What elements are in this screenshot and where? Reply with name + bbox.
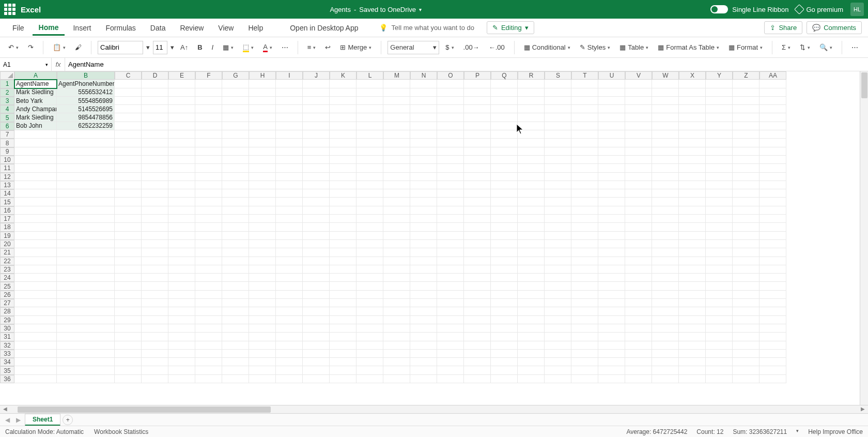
cell[interactable] bbox=[383, 97, 410, 105]
cell[interactable] bbox=[625, 324, 652, 333]
cell[interactable] bbox=[410, 198, 437, 206]
cell[interactable] bbox=[222, 80, 249, 88]
cell[interactable] bbox=[14, 257, 57, 265]
cell[interactable] bbox=[410, 139, 437, 147]
cell[interactable] bbox=[303, 240, 330, 248]
cell[interactable] bbox=[357, 122, 383, 130]
cell[interactable] bbox=[276, 232, 303, 240]
tab-formulas[interactable]: Formulas bbox=[99, 21, 142, 35]
cell[interactable] bbox=[222, 341, 249, 350]
cell[interactable] bbox=[195, 156, 222, 164]
cell[interactable] bbox=[679, 156, 706, 164]
cell[interactable] bbox=[625, 282, 652, 290]
cell[interactable] bbox=[571, 257, 598, 265]
cell[interactable] bbox=[330, 206, 357, 215]
cell[interactable] bbox=[14, 324, 57, 333]
help-improve[interactable]: Help Improve Office bbox=[808, 428, 863, 435]
cell[interactable] bbox=[57, 206, 115, 215]
cell[interactable] bbox=[518, 333, 545, 341]
cell[interactable] bbox=[168, 307, 195, 315]
column-header[interactable]: E bbox=[168, 71, 195, 80]
cell[interactable] bbox=[625, 299, 652, 307]
cell[interactable] bbox=[760, 147, 786, 156]
cell[interactable] bbox=[679, 358, 706, 366]
cell[interactable] bbox=[303, 341, 330, 350]
cell[interactable] bbox=[330, 80, 357, 88]
cell[interactable] bbox=[545, 181, 571, 189]
cell[interactable] bbox=[383, 316, 410, 324]
cell[interactable] bbox=[115, 223, 142, 231]
column-header[interactable]: T bbox=[571, 71, 598, 80]
cell[interactable] bbox=[733, 341, 760, 350]
cell[interactable] bbox=[168, 358, 195, 366]
row-header[interactable]: 35 bbox=[0, 366, 14, 374]
cell[interactable] bbox=[383, 333, 410, 341]
cell[interactable] bbox=[330, 232, 357, 240]
cell[interactable] bbox=[464, 173, 491, 181]
cell[interactable] bbox=[733, 139, 760, 147]
cell[interactable] bbox=[195, 333, 222, 341]
cell[interactable] bbox=[679, 282, 706, 290]
cell[interactable] bbox=[464, 248, 491, 257]
cell[interactable] bbox=[706, 265, 733, 274]
cell[interactable] bbox=[733, 215, 760, 223]
cell[interactable] bbox=[383, 248, 410, 257]
cell[interactable] bbox=[357, 240, 383, 248]
cell[interactable] bbox=[357, 206, 383, 215]
row-header[interactable]: 27 bbox=[0, 299, 14, 307]
cell[interactable] bbox=[437, 122, 464, 130]
cell[interactable] bbox=[14, 198, 57, 206]
cell[interactable] bbox=[410, 206, 437, 215]
cell[interactable] bbox=[706, 316, 733, 324]
row-header[interactable]: 9 bbox=[0, 147, 14, 156]
cell[interactable] bbox=[142, 274, 168, 282]
cell[interactable] bbox=[276, 113, 303, 122]
cell[interactable] bbox=[706, 223, 733, 231]
cell[interactable] bbox=[464, 156, 491, 164]
cell[interactable] bbox=[491, 316, 518, 324]
cell[interactable] bbox=[706, 232, 733, 240]
cell[interactable] bbox=[195, 181, 222, 189]
cell[interactable] bbox=[652, 291, 679, 299]
cell[interactable] bbox=[357, 316, 383, 324]
row-header[interactable]: 5 bbox=[0, 113, 14, 122]
cell[interactable] bbox=[357, 80, 383, 88]
cell[interactable] bbox=[410, 341, 437, 350]
cell[interactable] bbox=[437, 291, 464, 299]
cell[interactable] bbox=[760, 274, 786, 282]
cell[interactable] bbox=[464, 324, 491, 333]
cell[interactable] bbox=[57, 223, 115, 231]
cell[interactable] bbox=[142, 206, 168, 215]
cell[interactable] bbox=[733, 265, 760, 274]
cell[interactable] bbox=[652, 375, 679, 383]
row-header[interactable]: 2 bbox=[0, 88, 14, 97]
cell[interactable] bbox=[249, 282, 276, 290]
cell[interactable] bbox=[437, 350, 464, 358]
cell[interactable] bbox=[168, 333, 195, 341]
comments-button[interactable]: 💬 Comments bbox=[807, 21, 862, 34]
cell[interactable] bbox=[545, 366, 571, 374]
cell[interactable] bbox=[168, 97, 195, 105]
cell[interactable] bbox=[383, 139, 410, 147]
cell[interactable] bbox=[679, 366, 706, 374]
cell[interactable] bbox=[545, 257, 571, 265]
cell[interactable] bbox=[330, 324, 357, 333]
cell[interactable] bbox=[733, 316, 760, 324]
cell[interactable] bbox=[410, 375, 437, 383]
cell[interactable] bbox=[706, 366, 733, 374]
cell[interactable] bbox=[115, 147, 142, 156]
app-launcher-icon[interactable] bbox=[4, 4, 16, 15]
format-button[interactable]: ▦Format▾ bbox=[725, 42, 766, 53]
cell[interactable] bbox=[168, 223, 195, 231]
cell[interactable] bbox=[437, 282, 464, 290]
sort-filter-button[interactable]: ⇅▾ bbox=[797, 42, 813, 53]
cell[interactable] bbox=[571, 291, 598, 299]
cell[interactable] bbox=[222, 375, 249, 383]
cell[interactable] bbox=[598, 215, 625, 223]
cell[interactable] bbox=[303, 333, 330, 341]
cell[interactable] bbox=[437, 299, 464, 307]
row-header[interactable]: 8 bbox=[0, 139, 14, 147]
cell[interactable] bbox=[222, 316, 249, 324]
cell[interactable] bbox=[249, 232, 276, 240]
cell[interactable] bbox=[545, 248, 571, 257]
